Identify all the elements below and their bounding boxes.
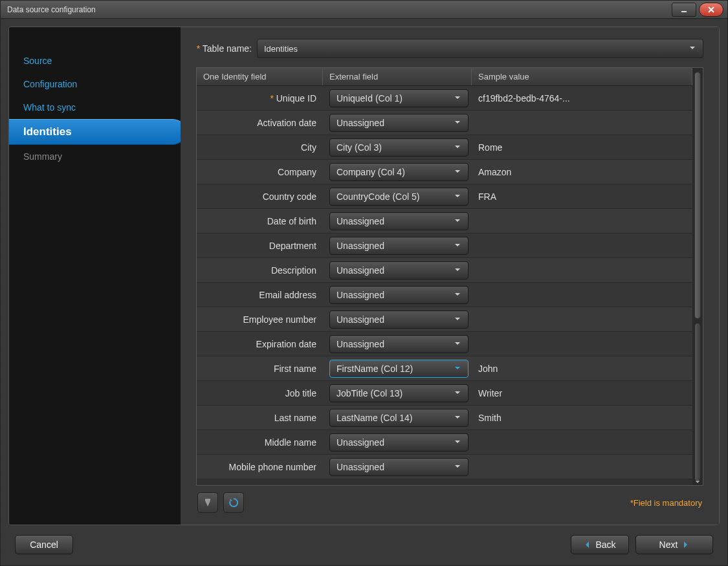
external-field-select[interactable]: Unassigned xyxy=(329,433,469,452)
table-row: Activation dateUnassigned xyxy=(197,111,692,135)
sample-value xyxy=(472,342,692,347)
external-field-select[interactable]: UniqueId (Col 1) xyxy=(329,89,469,107)
chevron-down-icon xyxy=(454,437,461,448)
window: Data source configuration Source Configu… xyxy=(0,0,728,566)
table-row: Country codeCountryCode (Col 5)FRA xyxy=(197,184,692,209)
table-row: Date of birthUnassigned xyxy=(197,209,692,234)
sample-value: cf19fbd2-bedb-4764-... xyxy=(472,91,692,106)
chevron-down-icon xyxy=(454,290,461,300)
field-label: Activation date xyxy=(197,115,323,131)
external-field-select[interactable]: City (Col 3) xyxy=(329,138,469,157)
table-name-select[interactable]: Identities xyxy=(257,39,703,58)
field-label: Employee number xyxy=(197,312,323,327)
external-field-select[interactable]: Unassigned xyxy=(329,286,469,304)
sidebar-item-configuration[interactable]: Configuration xyxy=(9,72,181,96)
external-field-select[interactable]: Unassigned xyxy=(329,212,469,230)
minimize-button[interactable] xyxy=(672,3,696,17)
header-one-identity-field[interactable]: One Identity field xyxy=(197,68,323,85)
sample-value: FRA xyxy=(472,189,692,204)
sample-value: Smith xyxy=(472,410,692,426)
sidebar-item-what-to-sync[interactable]: What to sync xyxy=(9,96,181,119)
field-label: Company xyxy=(197,164,323,180)
footer: Cancel Back Next xyxy=(8,525,720,558)
next-button[interactable]: Next xyxy=(635,535,713,554)
vertical-scrollbar[interactable] xyxy=(692,68,703,485)
sample-value xyxy=(472,317,692,322)
table-row: First nameFirstName (Col 12)John xyxy=(197,356,692,381)
field-label: Date of birth xyxy=(197,213,323,229)
sample-value xyxy=(472,440,692,445)
sample-value xyxy=(472,268,692,273)
clear-mapping-button[interactable] xyxy=(197,492,218,513)
external-field-select[interactable]: FirstName (Col 12) xyxy=(329,360,469,378)
sample-value: John xyxy=(472,361,692,376)
scrollbar-track-lower[interactable] xyxy=(694,323,701,481)
table-row: * Unique IDUniqueId (Col 1)cf19fbd2-bedb… xyxy=(197,86,692,111)
chevron-down-icon xyxy=(454,167,461,177)
table-row: Last nameLastName (Col 14)Smith xyxy=(197,406,692,430)
external-field-select[interactable]: Unassigned xyxy=(329,114,469,132)
sample-value xyxy=(472,292,692,298)
field-label: Email address xyxy=(197,287,323,303)
table-row: DepartmentUnassigned xyxy=(197,234,692,258)
external-field-select[interactable]: Unassigned xyxy=(329,261,469,279)
header-sample-value[interactable]: Sample value xyxy=(472,68,692,85)
table-row: Expiration dateUnassigned xyxy=(197,332,692,356)
mapping-table: One Identity field External field Sample… xyxy=(196,67,703,486)
table-name-row: * Table name: Identities xyxy=(196,39,703,58)
cancel-button[interactable]: Cancel xyxy=(15,535,73,554)
chevron-down-icon xyxy=(454,93,461,103)
svg-rect-0 xyxy=(681,11,687,12)
field-label: Mobile phone number xyxy=(197,459,323,475)
content: * Table name: Identities One Identity fi… xyxy=(181,27,719,525)
table-row: Employee numberUnassigned xyxy=(197,307,692,332)
sample-value xyxy=(472,243,692,248)
field-label: Description xyxy=(197,263,323,278)
external-field-select[interactable]: Unassigned xyxy=(329,237,469,255)
chevron-down-icon xyxy=(454,142,461,153)
chevron-down-icon xyxy=(454,339,461,349)
refresh-button[interactable] xyxy=(223,492,244,513)
close-button[interactable] xyxy=(699,3,723,17)
field-label: Department xyxy=(197,238,323,254)
sample-value xyxy=(472,120,692,125)
chevron-down-icon xyxy=(454,216,461,226)
sample-value: Rome xyxy=(472,140,692,155)
table-name-value: Identities xyxy=(264,44,298,54)
chevron-down-icon xyxy=(689,44,696,54)
sample-value xyxy=(472,464,692,470)
scrollbar-down-arrow[interactable] xyxy=(694,477,701,486)
chevron-down-icon xyxy=(454,462,461,472)
sample-value: Amazon xyxy=(472,164,692,180)
sidebar-item-identities[interactable]: Identities xyxy=(9,119,186,145)
sidebar-item-summary[interactable]: Summary xyxy=(9,145,181,168)
sample-value: Writer xyxy=(472,386,692,401)
chevron-down-icon xyxy=(454,364,461,374)
table-row: CityCity (Col 3)Rome xyxy=(197,135,692,160)
chevron-down-icon xyxy=(454,265,461,276)
back-button[interactable]: Back xyxy=(571,535,629,554)
chevron-down-icon xyxy=(454,118,461,128)
external-field-select[interactable]: Unassigned xyxy=(329,335,469,353)
table-row: Middle nameUnassigned xyxy=(197,430,692,455)
external-field-select[interactable]: JobTitle (Col 13) xyxy=(329,384,469,402)
table-toolbar: *Field is mandatory xyxy=(196,486,703,516)
table-row: DescriptionUnassigned xyxy=(197,258,692,283)
body: Source Configuration What to sync Identi… xyxy=(1,19,727,565)
sidebar-item-source[interactable]: Source xyxy=(9,49,181,72)
sidebar: Source Configuration What to sync Identi… xyxy=(9,27,181,525)
main-panel: Source Configuration What to sync Identi… xyxy=(8,27,720,525)
header-external-field[interactable]: External field xyxy=(323,68,472,85)
asterisk-icon: * xyxy=(270,93,276,103)
table-row: Email addressUnassigned xyxy=(197,283,692,307)
external-field-select[interactable]: LastName (Col 14) xyxy=(329,409,469,427)
scrollbar-thumb[interactable] xyxy=(694,72,701,319)
table-header: One Identity field External field Sample… xyxy=(197,68,692,86)
field-label: First name xyxy=(197,361,323,376)
external-field-select[interactable]: Unassigned xyxy=(329,310,469,329)
field-label: City xyxy=(197,140,323,155)
external-field-select[interactable]: Unassigned xyxy=(329,458,469,476)
external-field-select[interactable]: Company (Col 4) xyxy=(329,163,469,181)
external-field-select[interactable]: CountryCode (Col 5) xyxy=(329,188,469,206)
table-row: CompanyCompany (Col 4)Amazon xyxy=(197,160,692,184)
